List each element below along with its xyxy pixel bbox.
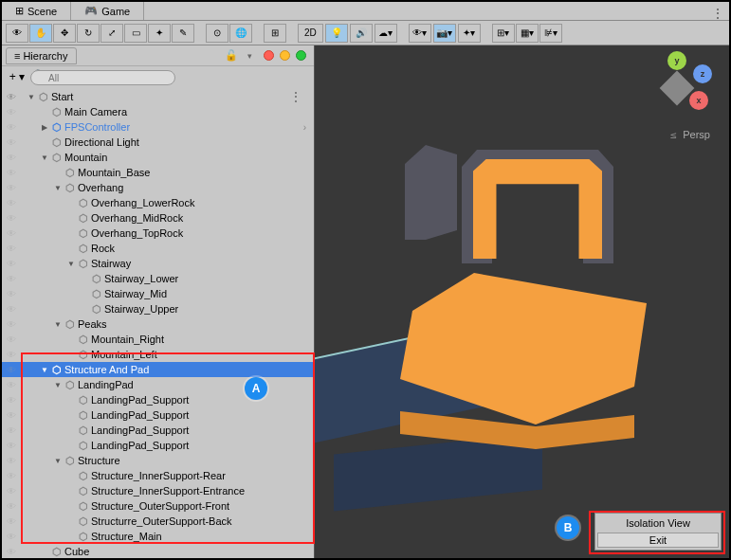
panel-menu-icon[interactable]: ▾ xyxy=(247,51,252,61)
pivot-rotation-button[interactable]: 🌐 xyxy=(229,24,252,43)
hierarchy-item-lp-sup2[interactable]: 👁LandingPad_Support xyxy=(2,407,314,423)
gizmos-button[interactable]: ✦▾ xyxy=(458,24,481,43)
visibility-toggle[interactable]: 👁 xyxy=(2,301,21,316)
hierarchy-item-lp-sup3[interactable]: 👁LandingPad_Support xyxy=(2,423,314,438)
visibility-toggle[interactable]: 👁 xyxy=(2,165,21,180)
transform-tool-button[interactable]: ✦ xyxy=(148,24,171,43)
close-window-button[interactable] xyxy=(264,50,274,61)
hierarchy-item-overhang-lower[interactable]: 👁Overhang_LowerRock xyxy=(2,195,314,210)
visibility-toggle[interactable]: 👁 xyxy=(2,135,21,150)
hierarchy-item-structure-pad[interactable]: 👁Structure And Pad xyxy=(2,362,314,377)
visibility-toggle[interactable]: 👁 xyxy=(2,529,21,544)
snap-increment-button[interactable]: ▦▾ xyxy=(516,24,539,43)
hierarchy-item-s-inner-ent[interactable]: 👁Structure_InnerSupport-Entrance xyxy=(2,483,314,498)
scale-tool-button[interactable]: ⤢ xyxy=(101,24,123,43)
projection-label[interactable]: Persp xyxy=(670,129,710,141)
view-tool-button[interactable]: 👁 xyxy=(6,24,28,43)
collapse-arrow-icon[interactable] xyxy=(40,154,49,162)
2d-toggle-button[interactable]: 2D xyxy=(298,24,323,43)
expand-arrow-icon[interactable] xyxy=(40,123,49,132)
visibility-toggle[interactable]: 👁 xyxy=(2,89,21,104)
rotate-tool-button[interactable]: ↻ xyxy=(77,24,100,43)
lock-icon[interactable]: 🔓 xyxy=(225,49,238,62)
visibility-toggle[interactable]: 👁 xyxy=(2,119,21,135)
hierarchy-item-mountain-base[interactable]: 👁Mountain_Base xyxy=(2,165,314,180)
visibility-toggle[interactable]: 👁 xyxy=(2,347,21,362)
rect-tool-button[interactable]: ▭ xyxy=(124,24,147,43)
visibility-toggle[interactable]: 👁 xyxy=(2,195,21,210)
audio-toggle-button[interactable]: 🔊 xyxy=(350,24,373,43)
visibility-toggle[interactable]: 👁 xyxy=(2,226,21,241)
hierarchy-item-stair-upper[interactable]: 👁Stairway_Upper xyxy=(2,301,314,316)
hand-tool-button[interactable]: ✋ xyxy=(29,24,52,43)
tab-game[interactable]: 🎮 Game xyxy=(71,2,144,20)
hierarchy-item-stair-mid[interactable]: 👁Stairway_Mid xyxy=(2,286,314,301)
hierarchy-item-main-camera[interactable]: 👁Main Camera xyxy=(2,104,314,119)
hierarchy-item-mountain[interactable]: 👁Mountain xyxy=(2,150,314,165)
visibility-toggle[interactable]: 👁 xyxy=(2,286,21,301)
visibility-toggle[interactable]: 👁 xyxy=(2,514,21,529)
hierarchy-item-rock[interactable]: 👁Rock xyxy=(2,241,314,256)
pivot-mode-button[interactable]: ⊙ xyxy=(206,24,228,43)
hierarchy-item-s-main[interactable]: 👁Structure_Main xyxy=(2,529,314,544)
hierarchy-item-peaks[interactable]: 👁Peaks xyxy=(2,316,314,332)
collapse-arrow-icon[interactable] xyxy=(27,93,36,101)
visibility-toggle[interactable]: 👁 xyxy=(2,362,21,377)
axis-y-handle[interactable]: y xyxy=(667,51,686,70)
scene-menu-button[interactable]: ⋮ xyxy=(290,90,302,103)
visibility-toggle[interactable]: 👁 xyxy=(2,377,21,392)
hierarchy-item-dir-light[interactable]: 👁Directional Light xyxy=(2,135,314,150)
visibility-toggle[interactable]: 👁 xyxy=(2,438,21,453)
collapse-arrow-icon[interactable] xyxy=(53,184,63,192)
visibility-toggle[interactable]: 👁 xyxy=(2,332,21,347)
hierarchy-item-s-outer-back[interactable]: 👁Structurre_OuterSupport-Back xyxy=(2,514,314,529)
custom-tool-button[interactable]: ✎ xyxy=(172,24,194,43)
visibility-toggle[interactable]: 👁 xyxy=(2,407,21,423)
hierarchy-item-mtn-right[interactable]: 👁Mountain_Right xyxy=(2,332,314,347)
hierarchy-item-start[interactable]: 👁Start⋮ xyxy=(2,89,314,104)
isolation-exit-button[interactable]: Exit xyxy=(597,533,719,548)
fx-toggle-button[interactable]: ☁▾ xyxy=(375,24,397,43)
visibility-toggle[interactable]: 👁 xyxy=(2,271,21,286)
snap-toggle-button[interactable]: ⊯▾ xyxy=(539,24,562,43)
hierarchy-item-s-outer-front[interactable]: 👁Structure_OuterSupport-Front xyxy=(2,498,314,514)
hierarchy-item-lp-sup4[interactable]: 👁LandingPad_Support xyxy=(2,438,314,453)
hierarchy-tab[interactable]: ≡ Hierarchy xyxy=(6,47,77,64)
collapse-arrow-icon[interactable] xyxy=(53,457,63,465)
minimize-window-button[interactable] xyxy=(280,50,290,61)
tab-scene[interactable]: ⊞ Scene xyxy=(2,2,71,20)
hierarchy-item-lp-sup1[interactable]: 👁LandingPad_Support xyxy=(2,392,314,407)
visibility-toggle[interactable]: 👁 xyxy=(2,241,21,256)
hierarchy-item-mtn-left[interactable]: 👁Mountain_Left xyxy=(2,347,314,362)
visibility-toggle[interactable]: 👁 xyxy=(2,180,21,195)
grid-axis-button[interactable]: ⊞▾ xyxy=(492,24,515,43)
visibility-toggle[interactable]: 👁 xyxy=(2,316,21,332)
hierarchy-item-structure[interactable]: 👁Structure xyxy=(2,453,314,468)
tab-overflow-menu-button[interactable]: ⋮ xyxy=(710,5,725,22)
open-prefab-chevron-icon[interactable]: › xyxy=(303,122,306,133)
move-tool-button[interactable]: ✥ xyxy=(53,24,76,43)
visibility-toggle[interactable]: 👁 xyxy=(2,544,21,558)
hierarchy-item-overhang-top[interactable]: 👁Overhang_TopRock xyxy=(2,226,314,241)
collapse-arrow-icon[interactable] xyxy=(40,366,49,374)
visibility-toggle[interactable]: 👁 xyxy=(2,210,21,226)
camera-mode-button[interactable]: 📷▾ xyxy=(433,24,456,43)
hierarchy-item-stair-lower[interactable]: 👁Stairway_Lower xyxy=(2,271,314,286)
hierarchy-item-cube[interactable]: 👁Cube xyxy=(2,544,314,558)
visibility-toggle[interactable]: 👁 xyxy=(2,423,21,438)
grid-snap-button[interactable]: ⊞ xyxy=(264,24,286,43)
visibility-toggle[interactable]: 👁 xyxy=(2,498,21,514)
collapse-arrow-icon[interactable] xyxy=(53,381,63,389)
hierarchy-search-input[interactable] xyxy=(30,70,175,85)
create-button[interactable]: + ▾ xyxy=(6,68,28,85)
visibility-toggle[interactable]: 👁 xyxy=(2,468,21,483)
collapse-arrow-icon[interactable] xyxy=(66,260,76,268)
hierarchy-item-overhang-mid[interactable]: 👁Overhang_MidRock xyxy=(2,210,314,226)
axis-x-handle[interactable]: x xyxy=(689,91,708,110)
orientation-gizmo[interactable]: y z x xyxy=(644,55,710,121)
visibility-toggle[interactable]: 👁 xyxy=(2,150,21,165)
visibility-toggle-button[interactable]: 👁▾ xyxy=(409,24,431,43)
lighting-toggle-button[interactable]: 💡 xyxy=(325,24,348,43)
scene-view[interactable]: y z x Persp Isolation View Exit B xyxy=(315,45,729,558)
hierarchy-item-overhang[interactable]: 👁Overhang xyxy=(2,180,314,195)
